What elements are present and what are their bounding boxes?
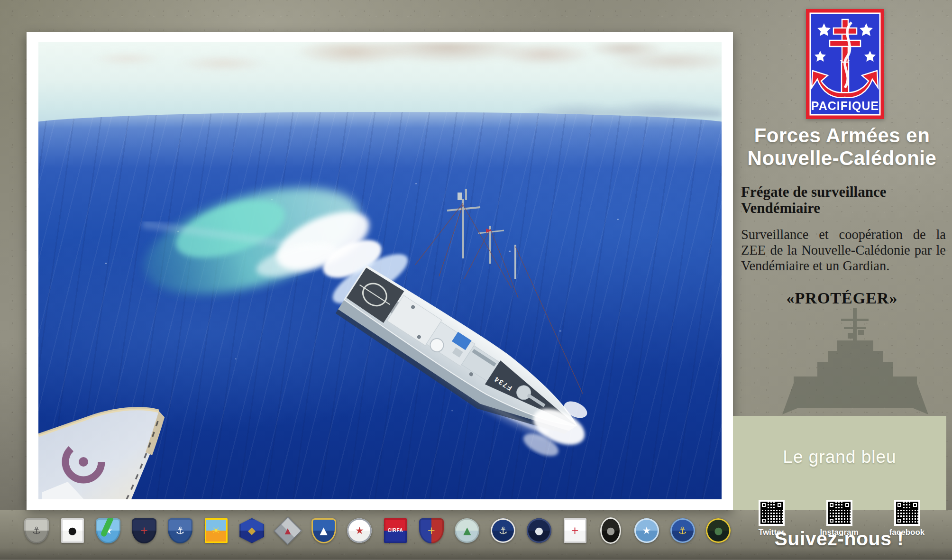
photo-caption: Le grand bleu	[733, 447, 946, 467]
qr-code-instagram[interactable]	[826, 500, 852, 526]
caption-panel: Le grand bleu	[733, 416, 946, 510]
badge-marine-crest: ⚓	[23, 517, 50, 544]
ship-silhouette-watermark	[772, 306, 939, 416]
description-paragraph: Surveillance et coopération de la ZEE de…	[741, 227, 946, 274]
badge-rimap-hexagon: ◆	[238, 517, 265, 544]
badge-action-etat-mer: ⚓	[490, 517, 516, 544]
aircraft-wing-icon	[38, 409, 165, 499]
bottom-vignette	[0, 548, 952, 560]
follow-us-cta: Suivez-nous !	[754, 528, 925, 550]
subject-heading: Frégate de surveillance Vendémiaire	[741, 184, 945, 216]
badge-rsma-roundel: ●	[526, 517, 552, 544]
title-line-1: Forces Armées en	[738, 124, 946, 147]
badge-sunburst-card: ☀	[203, 517, 229, 544]
qr-code-twitter[interactable]	[759, 500, 785, 526]
frigate-aerial-photo: F734	[38, 42, 722, 499]
badge-cirfa-card: CIRFA	[382, 517, 409, 544]
pacifique-logo: PACIFIQUE	[806, 9, 884, 119]
badge-voilier-shield: ▲	[311, 517, 337, 544]
badge-geodesic-kite: ▲	[275, 517, 301, 544]
logo-wordmark: PACIFIQUE	[811, 99, 879, 112]
badge-anchors-sword-shield: ⚓	[167, 517, 193, 544]
badge-wings-roundel: ★	[346, 517, 373, 544]
photo-artwork: F734	[38, 42, 722, 499]
badge-gendarmerie-maritime: ●	[705, 517, 732, 544]
badge-sante-card: +	[562, 517, 588, 544]
badge-fanc-anchor: ⚓	[669, 517, 696, 544]
qr-code-facebook[interactable]	[894, 500, 920, 526]
poster-wall: F734	[0, 0, 952, 560]
badge-medallion-oval: ●	[597, 517, 624, 544]
motto: «PROTÉGER»	[738, 289, 946, 307]
badge-base-navale-noumea: ●	[59, 517, 86, 544]
badge-artillerie-shield: +	[418, 517, 445, 544]
badge-wings-emblem: ▲	[454, 517, 480, 544]
masts	[447, 189, 516, 279]
title-line-2: Nouvelle-Calédonie	[738, 147, 946, 170]
badge-dsnc-roundel: ★	[633, 517, 660, 544]
badge-croix-lorraine-crest: +	[131, 517, 157, 544]
badge-nc-map-shield: ★	[95, 517, 121, 544]
page-title: Forces Armées en Nouvelle-Calédonie	[738, 124, 946, 170]
photo-poster: F734	[27, 32, 733, 510]
